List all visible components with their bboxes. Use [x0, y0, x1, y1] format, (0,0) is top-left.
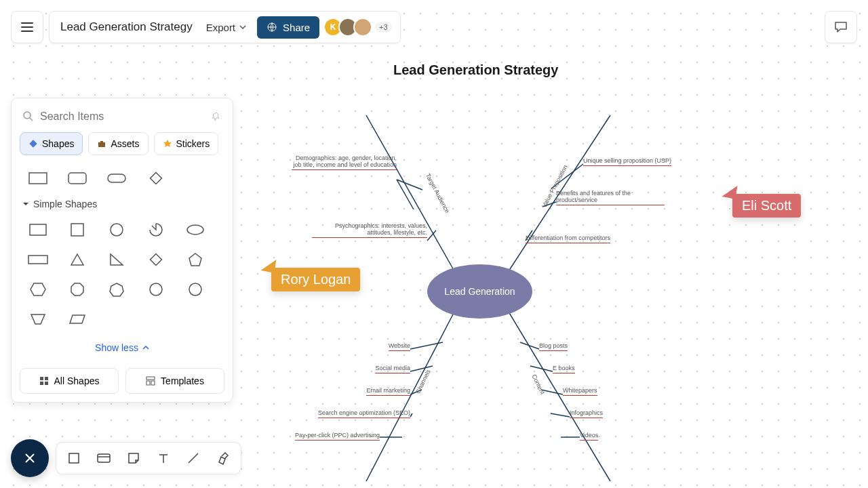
tab-assets[interactable]: Assets	[88, 132, 148, 155]
tab-label: Assets	[111, 138, 139, 149]
shape-rectangle[interactable]	[24, 220, 52, 239]
svg-rect-22	[146, 381, 150, 385]
export-label: Export	[206, 22, 235, 33]
shape-nonagon[interactable]	[142, 280, 170, 299]
svg-rect-8	[151, 173, 162, 184]
mindmap[interactable]: Lead Generation Target Audience Value Pr…	[244, 102, 719, 481]
mindmap-item[interactable]: Benefits and features of the product/ser…	[556, 190, 665, 205]
all-shapes-button[interactable]: All Shapes	[20, 368, 119, 394]
shape-circle[interactable]	[102, 220, 131, 239]
tool-note[interactable]	[121, 446, 146, 470]
tool-line[interactable]	[181, 446, 205, 470]
shape-parallelogram[interactable]	[63, 310, 92, 329]
mindmap-item[interactable]: Pay-per-click (PPC) advertising	[271, 432, 380, 441]
svg-point-16	[189, 283, 201, 296]
chevron-down-icon	[239, 25, 246, 29]
shape-rect[interactable]	[24, 169, 52, 188]
mindmap-item[interactable]: Social media	[302, 365, 410, 373]
templates-label: Templates	[161, 375, 204, 386]
shape-heptagon[interactable]	[102, 280, 131, 299]
top-toolbar: Lead Generation Strategy Export Share K …	[49, 11, 401, 43]
diamond-icon	[28, 139, 38, 148]
collaborator-avatars[interactable]: K +3	[328, 18, 392, 37]
mindmap-item[interactable]: E books	[553, 365, 661, 373]
shape-diamond[interactable]	[142, 169, 170, 188]
mindmap-item[interactable]: Psychographics: interests, values, attit…	[312, 222, 427, 238]
mindmap-item[interactable]: Differentiation from competitors	[526, 235, 634, 243]
show-less-button[interactable]: Show less	[20, 334, 224, 361]
comment-icon	[833, 20, 848, 35]
tool-highlighter[interactable]	[211, 446, 235, 470]
shape-square[interactable]	[63, 220, 92, 239]
svg-rect-20	[45, 382, 48, 385]
show-less-label: Show less	[95, 342, 138, 353]
close-fab[interactable]	[11, 439, 49, 477]
briefcase-icon	[97, 139, 106, 148]
tab-label: Shapes	[42, 138, 74, 149]
close-icon	[23, 451, 37, 465]
mindmap-item[interactable]: Email marketing	[302, 387, 410, 396]
search-icon	[22, 110, 35, 123]
svg-rect-13	[28, 256, 47, 264]
shape-trapezoid-down[interactable]	[24, 310, 52, 329]
menu-button[interactable]	[11, 11, 43, 43]
tool-card[interactable]	[92, 446, 116, 470]
mindmap-item[interactable]: Search engine optimization (SEO)	[285, 409, 410, 418]
shape-arc[interactable]	[142, 220, 170, 239]
document-title[interactable]: Lead Generation Strategy	[58, 20, 195, 34]
tool-text[interactable]	[151, 446, 176, 470]
mindmap-item[interactable]: Whitepapers	[563, 387, 671, 396]
tab-stickers[interactable]: Stickers	[154, 132, 219, 155]
svg-point-12	[187, 225, 203, 235]
mindmap-item[interactable]: Unique selling proposition (USP)	[583, 157, 692, 166]
tool-frame[interactable]	[62, 446, 86, 470]
shape-rhombus[interactable]	[142, 250, 170, 269]
tab-shapes[interactable]: Shapes	[20, 132, 83, 155]
search-input[interactable]	[40, 110, 205, 123]
section-simple-shapes[interactable]: Simple Shapes	[20, 193, 224, 215]
comments-button[interactable]	[825, 11, 857, 43]
svg-point-11	[111, 224, 123, 236]
svg-rect-17	[40, 377, 43, 380]
templates-button[interactable]: Templates	[125, 368, 224, 394]
globe-icon	[267, 22, 277, 33]
shape-pill[interactable]	[102, 169, 131, 188]
shape-triangle[interactable]	[63, 250, 92, 269]
shape-octagon[interactable]	[63, 280, 92, 299]
mindmap-item[interactable]: Videos	[580, 432, 688, 441]
shape-decagon[interactable]	[181, 280, 210, 299]
canvas-title: Lead Generation Strategy	[393, 62, 558, 78]
mindmap-item[interactable]: Demographics: age, gender, location, job…	[292, 155, 397, 170]
more-avatars-count: +3	[375, 22, 392, 33]
svg-rect-9	[30, 224, 46, 235]
export-button[interactable]: Export	[201, 22, 252, 33]
chevron-up-icon	[142, 346, 149, 350]
svg-rect-6	[68, 173, 86, 184]
shapes-panel: Shapes Assets Stickers Simple Shapes	[11, 98, 233, 403]
svg-rect-2	[29, 140, 37, 147]
shape-right-triangle[interactable]	[102, 250, 131, 269]
mindmap-item[interactable]: Infographics	[570, 409, 678, 418]
center-node[interactable]: Lead Generation	[427, 264, 532, 319]
mindmap-item[interactable]: Blog posts	[539, 342, 648, 351]
simple-shapes-grid	[20, 215, 224, 334]
grid-icon	[39, 376, 49, 386]
all-shapes-label: All Shapes	[54, 375, 100, 386]
shape-pentagon[interactable]	[181, 250, 210, 269]
shape-rounded-rect[interactable]	[63, 169, 92, 188]
svg-rect-7	[108, 174, 125, 182]
shape-wide-rect[interactable]	[24, 250, 52, 269]
svg-rect-25	[98, 454, 110, 462]
bottom-toolbar	[56, 442, 241, 474]
avatar	[353, 18, 372, 37]
svg-rect-21	[146, 377, 155, 380]
share-button[interactable]: Share	[257, 16, 319, 39]
shape-ellipse[interactable]	[181, 220, 210, 239]
mindmap-item[interactable]: Website	[302, 342, 410, 351]
pin-icon[interactable]	[211, 111, 222, 122]
svg-rect-10	[71, 224, 83, 236]
shape-hexagon[interactable]	[24, 280, 52, 299]
svg-point-1	[24, 112, 31, 119]
share-label: Share	[283, 22, 310, 33]
svg-rect-3	[98, 142, 105, 147]
